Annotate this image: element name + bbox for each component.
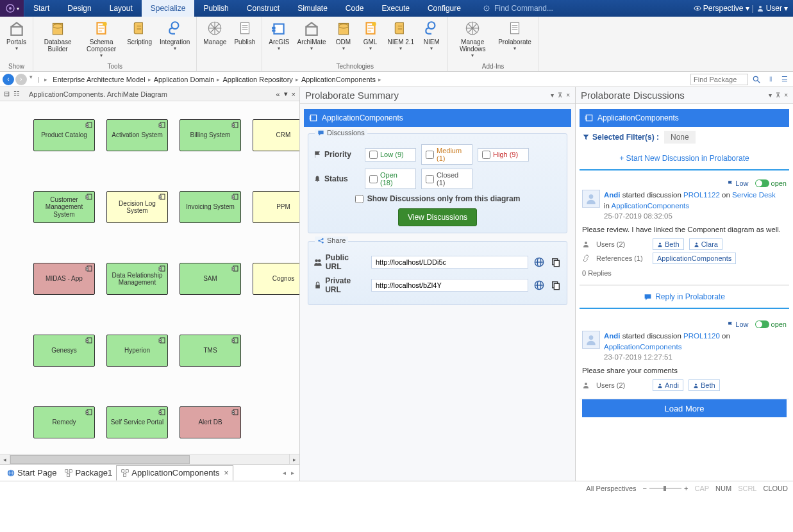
public-url-input[interactable] [371, 256, 528, 269]
close-icon[interactable]: × [292, 90, 296, 98]
nav-forward-button[interactable]: › [15, 74, 27, 85]
component-alert-db[interactable]: Alert DB [179, 406, 241, 438]
find-package-input[interactable] [690, 74, 748, 85]
zoom-control[interactable]: − + [643, 485, 689, 492]
panel-menu-icon[interactable]: ▾ [551, 92, 554, 99]
component-tms[interactable]: TMS [179, 335, 241, 367]
ribbon-database-builder[interactable]: Database Builder [36, 18, 79, 62]
component-remedy[interactable]: Remedy [33, 406, 95, 438]
component-customer-management-system[interactable]: Customer Management System [33, 191, 95, 223]
component-self-service-portal[interactable]: Self Service Portal [106, 406, 168, 438]
context-link[interactable]: ApplicationComponents [604, 343, 681, 351]
nav-back-button[interactable]: ‹ [3, 74, 14, 85]
status-toggle[interactable]: open [755, 320, 787, 328]
component-hyperion[interactable]: Hyperion [106, 335, 168, 367]
find-command[interactable] [483, 4, 584, 13]
copy-icon[interactable] [550, 256, 562, 268]
filter-icon[interactable]: ⦀ [765, 74, 776, 85]
tab-start-page[interactable]: Start Page [3, 465, 60, 481]
panel-menu-icon[interactable]: ▾ [769, 92, 772, 99]
reply-link[interactable]: Reply in Prolaborate [580, 285, 789, 309]
tab-next[interactable]: ▸ [288, 469, 297, 476]
list-icon[interactable]: ☰ [779, 74, 790, 85]
ribbon-niem-2.1[interactable]: NIEM 2.1▾ [384, 18, 419, 62]
globe-icon[interactable] [533, 256, 545, 268]
menu-construct[interactable]: Construct [238, 0, 288, 17]
component-decision-log-system[interactable]: Decision Log System [106, 191, 168, 223]
ribbon-scripting[interactable]: Scripting [123, 18, 156, 62]
priority-medium-checkbox[interactable]: Medium (1) [421, 144, 472, 165]
panel-close-icon[interactable]: × [784, 92, 788, 99]
tab-prev[interactable]: ◂ [280, 469, 288, 476]
tab-package1[interactable]: Package1 [60, 465, 116, 481]
panel-pin-icon[interactable]: ⊼ [558, 92, 562, 99]
component-data-relationship-management[interactable]: Data Relationship Management [106, 263, 168, 295]
breadcrumb-item[interactable]: Application Repository [221, 76, 294, 83]
priority-low-checkbox[interactable]: Low (9) [365, 148, 416, 162]
close-tab-icon[interactable]: × [224, 469, 229, 478]
component-crm[interactable]: CRM [253, 119, 299, 151]
search-icon[interactable] [751, 74, 762, 85]
ribbon-manage[interactable]: Manage [199, 18, 230, 69]
discussion-ref-link[interactable]: PROL1120 [683, 332, 720, 340]
load-more-button[interactable]: Load More [582, 399, 787, 417]
zoom-out-icon[interactable]: − [643, 485, 647, 492]
menu-code[interactable]: Code [337, 0, 373, 17]
panel-close-icon[interactable]: × [566, 92, 570, 99]
target-link[interactable]: Service Desk [732, 191, 776, 199]
menu-simulate[interactable]: Simulate [288, 0, 337, 17]
ribbon-prolaborate[interactable]: Prolaborate▾ [494, 18, 535, 62]
menu-layout[interactable]: Layout [101, 0, 142, 17]
user-tag[interactable]: Beth [689, 379, 720, 391]
dropdown-icon[interactable]: ▾ [284, 90, 288, 98]
menu-configure[interactable]: Configure [419, 0, 470, 17]
private-url-input[interactable] [371, 279, 528, 292]
diagram-canvas[interactable]: Product CatalogActivation SystemBilling … [0, 101, 299, 454]
ribbon-niem[interactable]: NIEM▾ [418, 18, 445, 62]
ribbon-gml[interactable]: GML▾ [357, 18, 384, 62]
diagram-only-checkbox[interactable]: Show Discussions only from this diagram [313, 194, 562, 203]
context-link[interactable]: ApplicationComponents [612, 202, 689, 210]
collapse-icon[interactable]: « [276, 90, 280, 98]
perspectives-label[interactable]: All Perspectives [586, 485, 636, 492]
menu-execute[interactable]: Execute [373, 0, 419, 17]
component-midas-app[interactable]: MIDAS - App [33, 263, 95, 295]
component-invoicing-system[interactable]: Invoicing System [179, 191, 241, 223]
priority-high-checkbox[interactable]: High (9) [478, 148, 529, 162]
perspective-menu[interactable]: Perspective ▾ [694, 4, 749, 13]
ribbon-archimate[interactable]: ArchiMate▾ [293, 18, 330, 62]
find-command-input[interactable] [494, 4, 584, 13]
copy-icon[interactable] [550, 279, 562, 291]
ribbon-odm[interactable]: ODM▾ [330, 18, 357, 62]
menu-design[interactable]: Design [58, 0, 100, 17]
discussion-ref-link[interactable]: PROL1122 [683, 191, 720, 199]
ribbon-manage-windows[interactable]: Manage Windows▾ [451, 18, 494, 62]
ribbon-arcgis[interactable]: ArcGIS▾ [265, 18, 293, 62]
breadcrumb-item[interactable]: Application Domain [153, 76, 216, 83]
tree-icon[interactable]: ☷ [13, 90, 20, 98]
reference-tag[interactable]: ApplicationComponents [653, 253, 736, 264]
menu-start[interactable]: Start [24, 0, 58, 17]
menu-specialize[interactable]: Specialize [142, 0, 195, 17]
outline-icon[interactable]: ⊟ [4, 90, 10, 98]
component-ppm[interactable]: PPM [253, 191, 299, 223]
component-sam[interactable]: SAM [179, 263, 241, 295]
filter-label[interactable]: Selected Filter(s) : [582, 133, 659, 142]
user-tag[interactable]: Beth [653, 238, 684, 250]
start-discussion-link[interactable]: + Start New Discussion in Prolaborate [580, 147, 789, 170]
component-genesys[interactable]: Genesys [33, 335, 95, 367]
menu-publish[interactable]: Publish [194, 0, 237, 17]
breadcrumb-item[interactable]: ApplicationComponents [300, 76, 377, 83]
component-product-catalog[interactable]: Product Catalog [33, 119, 95, 151]
component-billing-system[interactable]: Billing System [179, 119, 241, 151]
breadcrumb-item[interactable]: Enterprise Architecture Model [51, 76, 146, 83]
user-tag[interactable]: Andi [653, 379, 683, 391]
status-open-checkbox[interactable]: Open (18) [365, 169, 416, 189]
user-menu[interactable]: User ▾ [756, 4, 788, 13]
component-activation-system[interactable]: Activation System [106, 119, 168, 151]
app-logo[interactable]: ▾ [0, 0, 24, 17]
panel-pin-icon[interactable]: ⊼ [776, 92, 780, 99]
component-cognos[interactable]: Cognos [253, 263, 299, 295]
view-discussions-button[interactable]: View Discussions [398, 208, 477, 226]
tab-applicationcomponents[interactable]: ApplicationComponents× [116, 465, 233, 481]
